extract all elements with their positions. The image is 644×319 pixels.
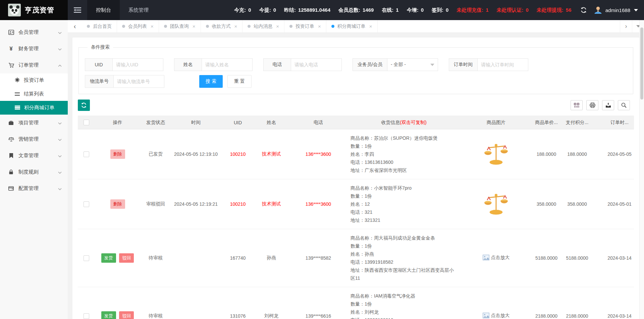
- close-icon[interactable]: ×: [151, 23, 154, 29]
- tab-team-query[interactable]: 团队查询 ×: [159, 20, 201, 33]
- gear-icon: [15, 77, 20, 83]
- phone-label: 电话: [263, 58, 291, 71]
- zoom-image-link[interactable]: 点击放大: [483, 255, 510, 261]
- close-icon[interactable]: ×: [276, 23, 279, 29]
- print-button[interactable]: [586, 100, 598, 110]
- col-time: 时间: [171, 116, 221, 129]
- alert-pending-auth[interactable]: 未处理认证:0: [497, 7, 529, 13]
- salesman-select[interactable]: - 全部 -: [387, 58, 438, 71]
- tab-dot-icon: [206, 25, 209, 28]
- lock-icon: [8, 170, 14, 175]
- name-input[interactable]: [202, 58, 253, 71]
- chevron-down-icon: [430, 64, 434, 66]
- close-icon[interactable]: ×: [369, 23, 372, 29]
- zoom-image-link[interactable]: 点击放大: [483, 313, 510, 319]
- gold-scale-image[interactable]: [483, 142, 509, 166]
- sidebar-item-marketing[interactable]: 营销管理: [0, 131, 68, 147]
- close-icon[interactable]: ×: [193, 23, 196, 29]
- grid-list-icon: [15, 105, 20, 111]
- ship-button[interactable]: 发货: [101, 311, 116, 319]
- sidebar-item-finance[interactable]: ¥ 财务管理: [0, 41, 68, 57]
- uid-input[interactable]: [112, 58, 163, 71]
- table-row: 删除 审核驳回 2024-05-05 12:19:21 100210 技术测试 …: [78, 179, 634, 229]
- cart-icon: [8, 63, 14, 68]
- scrollbar-thumb[interactable]: [640, 27, 643, 100]
- phone-cell: 136****3600: [288, 179, 348, 229]
- uid-label: UID: [85, 58, 112, 71]
- gold-scale-image[interactable]: [483, 192, 509, 215]
- col-phone: 电话: [288, 116, 348, 129]
- tabs-scroll-left-button[interactable]: ‹: [68, 20, 82, 33]
- delete-button[interactable]: 删除: [110, 149, 125, 159]
- alert-pending-withdraw[interactable]: 未处理提现:56: [537, 7, 572, 13]
- order-date-cell: 2024-05-05: [594, 129, 634, 179]
- col-uid: UID: [221, 116, 255, 129]
- reset-button[interactable]: 重 置: [227, 75, 252, 88]
- row-checkbox[interactable]: [84, 151, 89, 157]
- sidebar-item-points-mall-orders[interactable]: 积分商城订单: [0, 101, 68, 115]
- product-image-cell: [459, 179, 533, 229]
- sidebar-item-members[interactable]: 会员管理: [0, 24, 68, 41]
- nav-item-system[interactable]: 系统管理: [120, 0, 157, 20]
- name-cell: 技术测试: [255, 179, 288, 229]
- sidebar-item-projects[interactable]: 项目管理: [0, 115, 68, 131]
- tab-home[interactable]: 后台首页: [82, 20, 117, 33]
- row-checkbox[interactable]: [84, 201, 89, 207]
- bookmark-icon: [8, 153, 14, 158]
- salesman-field: 业务员/会员 - 全部 -: [353, 58, 438, 71]
- tab-payment-method[interactable]: 收款方式 ×: [201, 20, 243, 33]
- sidebar-item-invest-orders[interactable]: 投资订单: [0, 73, 68, 87]
- row-checkbox[interactable]: [84, 255, 89, 261]
- broken-image-icon: [483, 255, 489, 260]
- sidebar-item-orders[interactable]: 订单管理: [0, 57, 68, 73]
- close-icon[interactable]: ×: [318, 23, 321, 29]
- tabs-scroll-right-button[interactable]: ›: [620, 20, 632, 33]
- salesman-label: 业务员/会员: [353, 58, 387, 71]
- tab-points-mall-orders[interactable]: 积分商城订单 ×: [326, 20, 378, 33]
- sidebar-item-rules[interactable]: 制度规则: [0, 164, 68, 180]
- header-refresh-button[interactable]: [580, 7, 587, 13]
- sidebar-item-articles[interactable]: 文章管理: [0, 147, 68, 164]
- ship-button[interactable]: 发货: [101, 253, 116, 263]
- col-price: 商品单价...: [533, 116, 560, 129]
- logistics-field: 物流单号: [85, 75, 164, 88]
- delete-button[interactable]: 删除: [110, 199, 125, 209]
- product-image-cell: [459, 129, 533, 179]
- nav-item-console[interactable]: 控制台: [87, 0, 120, 20]
- avatar: [594, 6, 602, 14]
- tab-site-message[interactable]: 站内消息 ×: [243, 20, 284, 33]
- alert-pending-recharge[interactable]: 未处理充值:1: [457, 7, 488, 13]
- reject-button[interactable]: 驳回: [119, 253, 134, 263]
- sidebar-collapse-button[interactable]: [68, 0, 87, 20]
- points-cell: 2188.0000: [560, 287, 594, 319]
- wallet-icon: [8, 186, 14, 191]
- sidebar-item-config[interactable]: 配置管理: [0, 180, 68, 197]
- filter-columns-button[interactable]: [571, 100, 583, 110]
- order-time-input[interactable]: [477, 58, 528, 71]
- logistics-input[interactable]: [113, 75, 164, 88]
- search-table-button[interactable]: [618, 100, 630, 110]
- close-icon[interactable]: ×: [234, 23, 237, 29]
- tab-member-list[interactable]: 会员列表 ×: [117, 20, 159, 33]
- refresh-icon: [580, 7, 587, 13]
- phone-input[interactable]: [291, 58, 342, 71]
- table-refresh-button[interactable]: [78, 100, 90, 111]
- reject-button[interactable]: 驳回: [119, 311, 134, 319]
- user-menu[interactable]: admin1688: [594, 6, 638, 14]
- orders-submenu: 投资订单 结算列表 积分商城订单: [0, 73, 68, 115]
- order-date-cell: 2024-03-14: [594, 287, 634, 319]
- chevron-down-icon: [58, 153, 62, 158]
- receiver-info-cell: 商品名称：周大福马到成功足金黄金金条 数量：1份 姓名：孙燕 电话：139919…: [348, 229, 459, 287]
- export-button[interactable]: [602, 100, 614, 110]
- tab-invest-orders[interactable]: 投资订单 ×: [284, 20, 326, 33]
- search-button[interactable]: 搜 索: [199, 75, 223, 88]
- col-product-image: 商品图片: [459, 116, 533, 129]
- select-all-checkbox[interactable]: [84, 120, 89, 125]
- vertical-scrollbar[interactable]: [639, 20, 644, 319]
- chevron-down-icon: [58, 136, 62, 142]
- orders-table: 操作 发货状态 时间 UID 姓名 电话 收货信息(双击可复制) 商品图片 商品…: [78, 116, 634, 319]
- sidebar-item-settlement-list[interactable]: 结算列表: [0, 87, 68, 101]
- status-cell: 已发货: [141, 129, 171, 179]
- row-checkbox[interactable]: [84, 313, 89, 319]
- magnifier-icon: [621, 103, 627, 108]
